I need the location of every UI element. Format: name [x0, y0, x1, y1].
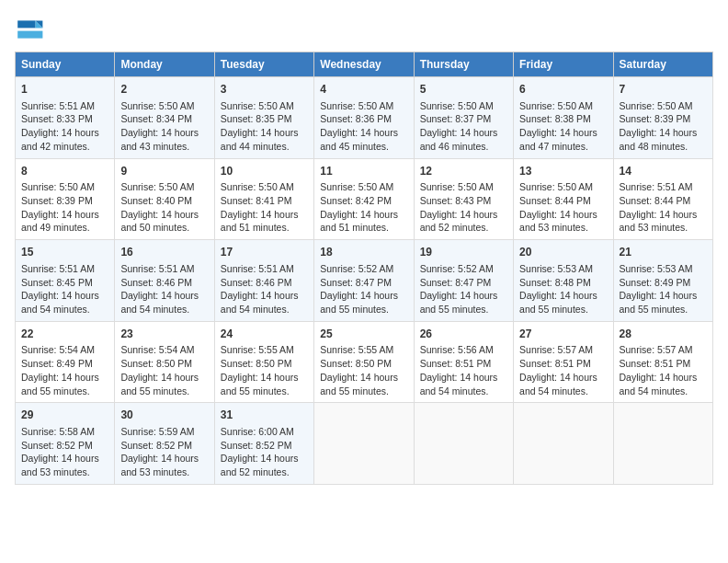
daylight: Daylight: 14 hours and 43 minutes. — [120, 127, 199, 152]
sunrise: Sunrise: 5:51 AM — [221, 263, 294, 274]
day-number: 21 — [620, 245, 707, 260]
day-cell: 8Sunrise: 5:50 AMSunset: 8:39 PMDaylight… — [16, 158, 115, 240]
sunset: Sunset: 8:36 PM — [320, 113, 392, 124]
day-cell: 20Sunrise: 5:53 AMSunset: 8:48 PMDayligh… — [514, 240, 613, 322]
day-cell: 2Sunrise: 5:50 AMSunset: 8:34 PMDaylight… — [115, 77, 214, 159]
sunrise: Sunrise: 5:59 AM — [120, 426, 194, 437]
sunrise: Sunrise: 5:51 AM — [620, 181, 693, 192]
sunrise: Sunrise: 5:55 AM — [320, 344, 393, 355]
sunrise: Sunrise: 5:52 AM — [320, 263, 393, 274]
daylight: Daylight: 14 hours and 54 minutes. — [21, 290, 99, 315]
daylight: Daylight: 14 hours and 54 minutes. — [420, 372, 498, 396]
sunset: Sunset: 8:52 PM — [221, 440, 292, 451]
daylight: Daylight: 14 hours and 54 minutes. — [519, 372, 597, 396]
sunrise: Sunrise: 5:50 AM — [519, 100, 593, 111]
sunset: Sunset: 8:51 PM — [519, 358, 591, 369]
sunset: Sunset: 8:35 PM — [221, 113, 292, 124]
sunrise: Sunrise: 5:50 AM — [620, 100, 693, 111]
daylight: Daylight: 14 hours and 45 minutes. — [320, 127, 398, 152]
header-cell-monday: Monday — [115, 52, 214, 77]
day-cell: 26Sunrise: 5:56 AMSunset: 8:51 PMDayligh… — [414, 321, 513, 403]
sunrise: Sunrise: 5:55 AM — [221, 344, 294, 355]
day-cell: 23Sunrise: 5:54 AMSunset: 8:50 PMDayligh… — [115, 321, 214, 403]
svg-rect-3 — [17, 20, 35, 28]
sunset: Sunset: 8:33 PM — [21, 113, 93, 124]
daylight: Daylight: 14 hours and 55 minutes. — [221, 372, 299, 396]
sunset: Sunset: 8:50 PM — [120, 358, 192, 369]
daylight: Daylight: 14 hours and 55 minutes. — [320, 372, 398, 396]
svg-rect-0 — [15, 15, 44, 44]
daylight: Daylight: 14 hours and 42 minutes. — [21, 127, 99, 152]
sunset: Sunset: 8:49 PM — [21, 358, 93, 369]
daylight: Daylight: 14 hours and 52 minutes. — [420, 209, 498, 234]
daylight: Daylight: 14 hours and 55 minutes. — [120, 372, 199, 396]
header-cell-friday: Friday — [514, 52, 613, 77]
day-cell: 7Sunrise: 5:50 AMSunset: 8:39 PMDaylight… — [613, 77, 712, 159]
day-cell: 22Sunrise: 5:54 AMSunset: 8:49 PMDayligh… — [16, 321, 115, 403]
sunrise: Sunrise: 5:50 AM — [420, 181, 494, 192]
sunset: Sunset: 8:50 PM — [320, 358, 392, 369]
page-header — [15, 15, 713, 44]
sunrise: Sunrise: 5:50 AM — [221, 100, 294, 111]
day-cell — [414, 403, 513, 485]
daylight: Daylight: 14 hours and 44 minutes. — [221, 127, 299, 152]
daylight: Daylight: 14 hours and 47 minutes. — [519, 127, 597, 152]
day-number: 26 — [420, 327, 507, 342]
day-number: 5 — [420, 82, 507, 98]
day-number: 2 — [120, 82, 208, 98]
sunset: Sunset: 8:45 PM — [21, 277, 93, 288]
day-number: 15 — [21, 245, 108, 260]
sunset: Sunset: 8:39 PM — [21, 195, 93, 206]
week-row-3: 15Sunrise: 5:51 AMSunset: 8:45 PMDayligh… — [16, 240, 713, 322]
sunrise: Sunrise: 5:53 AM — [620, 263, 693, 274]
day-number: 10 — [221, 164, 308, 179]
day-cell: 12Sunrise: 5:50 AMSunset: 8:43 PMDayligh… — [414, 158, 513, 240]
day-cell: 9Sunrise: 5:50 AMSunset: 8:40 PMDaylight… — [115, 158, 214, 240]
day-cell — [314, 403, 414, 485]
daylight: Daylight: 14 hours and 46 minutes. — [420, 127, 498, 152]
day-cell: 29Sunrise: 5:58 AMSunset: 8:52 PMDayligh… — [16, 403, 115, 485]
daylight: Daylight: 14 hours and 54 minutes. — [221, 290, 299, 315]
day-cell: 27Sunrise: 5:57 AMSunset: 8:51 PMDayligh… — [514, 321, 613, 403]
daylight: Daylight: 14 hours and 53 minutes. — [519, 209, 597, 234]
day-number: 20 — [519, 245, 607, 260]
day-number: 31 — [221, 408, 308, 423]
day-cell: 6Sunrise: 5:50 AMSunset: 8:38 PMDaylight… — [514, 77, 613, 159]
sunrise: Sunrise: 6:00 AM — [221, 426, 294, 437]
sunset: Sunset: 8:51 PM — [420, 358, 492, 369]
sunset: Sunset: 8:47 PM — [320, 277, 392, 288]
sunrise: Sunrise: 5:57 AM — [519, 344, 593, 355]
week-row-1: 1Sunrise: 5:51 AMSunset: 8:33 PMDaylight… — [16, 77, 713, 159]
sunset: Sunset: 8:42 PM — [320, 195, 392, 206]
day-number: 9 — [120, 164, 208, 179]
daylight: Daylight: 14 hours and 49 minutes. — [21, 209, 99, 234]
day-cell: 3Sunrise: 5:50 AMSunset: 8:35 PMDaylight… — [214, 77, 313, 159]
day-cell: 30Sunrise: 5:59 AMSunset: 8:52 PMDayligh… — [115, 403, 214, 485]
sunrise: Sunrise: 5:50 AM — [21, 181, 95, 192]
sunrise: Sunrise: 5:50 AM — [320, 100, 393, 111]
day-cell: 13Sunrise: 5:50 AMSunset: 8:44 PMDayligh… — [514, 158, 613, 240]
sunset: Sunset: 8:46 PM — [120, 277, 192, 288]
sunset: Sunset: 8:46 PM — [221, 277, 292, 288]
header-cell-saturday: Saturday — [613, 52, 712, 77]
day-number: 22 — [21, 327, 108, 342]
daylight: Daylight: 14 hours and 53 minutes. — [21, 453, 99, 477]
sunset: Sunset: 8:38 PM — [519, 113, 591, 124]
sunrise: Sunrise: 5:53 AM — [519, 263, 593, 274]
day-number: 12 — [420, 164, 507, 179]
day-number: 23 — [120, 327, 208, 342]
day-cell: 21Sunrise: 5:53 AMSunset: 8:49 PMDayligh… — [613, 240, 712, 322]
day-cell: 11Sunrise: 5:50 AMSunset: 8:42 PMDayligh… — [314, 158, 414, 240]
day-cell: 5Sunrise: 5:50 AMSunset: 8:37 PMDaylight… — [414, 77, 513, 159]
day-cell: 10Sunrise: 5:50 AMSunset: 8:41 PMDayligh… — [214, 158, 313, 240]
day-cell — [514, 403, 613, 485]
daylight: Daylight: 14 hours and 53 minutes. — [620, 209, 698, 234]
day-cell: 15Sunrise: 5:51 AMSunset: 8:45 PMDayligh… — [16, 240, 115, 322]
day-number: 18 — [320, 245, 407, 260]
header-cell-sunday: Sunday — [16, 52, 115, 77]
daylight: Daylight: 14 hours and 52 minutes. — [221, 453, 299, 477]
day-cell: 25Sunrise: 5:55 AMSunset: 8:50 PMDayligh… — [314, 321, 414, 403]
week-row-2: 8Sunrise: 5:50 AMSunset: 8:39 PMDaylight… — [16, 158, 713, 240]
sunset: Sunset: 8:50 PM — [221, 358, 292, 369]
header-cell-tuesday: Tuesday — [214, 52, 313, 77]
